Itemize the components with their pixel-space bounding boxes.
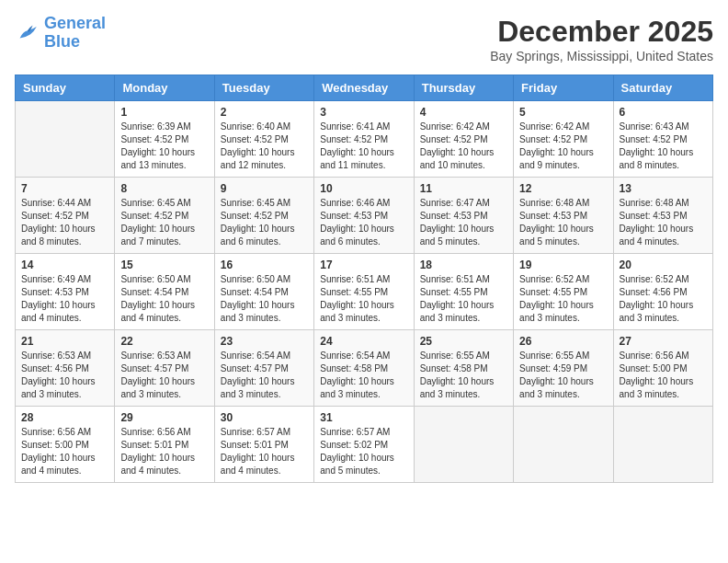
day-number: 30 bbox=[221, 411, 308, 424]
calendar-day-cell: 27Sunrise: 6:56 AM Sunset: 5:00 PM Dayli… bbox=[613, 330, 712, 407]
calendar-day-cell bbox=[514, 407, 613, 483]
day-number: 27 bbox=[620, 335, 707, 348]
calendar-title: December 2025 bbox=[490, 15, 713, 49]
day-info: Sunrise: 6:57 AM Sunset: 5:02 PM Dayligh… bbox=[320, 426, 407, 477]
day-number: 13 bbox=[620, 182, 707, 195]
day-info: Sunrise: 6:53 AM Sunset: 4:56 PM Dayligh… bbox=[21, 350, 108, 401]
day-number: 7 bbox=[21, 182, 108, 195]
day-info: Sunrise: 6:50 AM Sunset: 4:54 PM Dayligh… bbox=[120, 273, 208, 325]
calendar-day-cell: 10Sunrise: 6:46 AM Sunset: 4:53 PM Dayli… bbox=[314, 178, 414, 254]
day-number: 6 bbox=[620, 106, 707, 119]
day-number: 24 bbox=[320, 335, 407, 348]
calendar-day-cell: 2Sunrise: 6:40 AM Sunset: 4:52 PM Daylig… bbox=[214, 101, 313, 178]
day-number: 19 bbox=[519, 259, 607, 271]
day-number: 4 bbox=[420, 106, 507, 119]
page-header: General Blue December 2025 Bay Springs, … bbox=[15, 15, 713, 63]
calendar-day-cell: 18Sunrise: 6:51 AM Sunset: 4:55 PM Dayli… bbox=[414, 254, 513, 330]
logo-bird-icon bbox=[15, 20, 40, 46]
calendar-day-cell: 13Sunrise: 6:48 AM Sunset: 4:53 PM Dayli… bbox=[613, 178, 712, 254]
calendar-day-cell: 23Sunrise: 6:54 AM Sunset: 4:57 PM Dayli… bbox=[214, 330, 313, 407]
calendar-day-cell: 12Sunrise: 6:48 AM Sunset: 4:53 PM Dayli… bbox=[514, 178, 613, 254]
calendar-day-cell bbox=[613, 407, 712, 483]
day-info: Sunrise: 6:39 AM Sunset: 4:52 PM Dayligh… bbox=[120, 121, 208, 172]
day-info: Sunrise: 6:49 AM Sunset: 4:53 PM Dayligh… bbox=[21, 273, 108, 325]
calendar-day-cell: 20Sunrise: 6:52 AM Sunset: 4:56 PM Dayli… bbox=[613, 254, 712, 330]
calendar-day-cell: 29Sunrise: 6:56 AM Sunset: 5:01 PM Dayli… bbox=[115, 407, 214, 483]
calendar-day-cell: 5Sunrise: 6:42 AM Sunset: 4:52 PM Daylig… bbox=[514, 101, 613, 178]
day-info: Sunrise: 6:46 AM Sunset: 4:53 PM Dayligh… bbox=[320, 197, 407, 248]
calendar-header: SundayMondayTuesdayWednesdayThursdayFrid… bbox=[16, 75, 713, 101]
day-info: Sunrise: 6:52 AM Sunset: 4:55 PM Dayligh… bbox=[519, 273, 607, 325]
day-number: 16 bbox=[221, 259, 308, 271]
calendar-body: 1Sunrise: 6:39 AM Sunset: 4:52 PM Daylig… bbox=[16, 101, 713, 483]
day-info: Sunrise: 6:42 AM Sunset: 4:52 PM Dayligh… bbox=[420, 121, 507, 172]
day-info: Sunrise: 6:50 AM Sunset: 4:54 PM Dayligh… bbox=[221, 273, 308, 325]
day-number: 22 bbox=[120, 335, 208, 348]
day-number: 31 bbox=[320, 411, 407, 424]
calendar-week-row: 1Sunrise: 6:39 AM Sunset: 4:52 PM Daylig… bbox=[16, 101, 713, 178]
calendar-day-cell: 1Sunrise: 6:39 AM Sunset: 4:52 PM Daylig… bbox=[115, 101, 214, 178]
calendar-day-cell: 30Sunrise: 6:57 AM Sunset: 5:01 PM Dayli… bbox=[214, 407, 313, 483]
calendar-table: SundayMondayTuesdayWednesdayThursdayFrid… bbox=[15, 75, 713, 483]
day-info: Sunrise: 6:54 AM Sunset: 4:57 PM Dayligh… bbox=[221, 350, 308, 401]
calendar-day-cell: 14Sunrise: 6:49 AM Sunset: 4:53 PM Dayli… bbox=[16, 254, 115, 330]
calendar-week-row: 28Sunrise: 6:56 AM Sunset: 5:00 PM Dayli… bbox=[16, 407, 713, 483]
calendar-week-row: 21Sunrise: 6:53 AM Sunset: 4:56 PM Dayli… bbox=[16, 330, 713, 407]
calendar-week-row: 7Sunrise: 6:44 AM Sunset: 4:52 PM Daylig… bbox=[16, 178, 713, 254]
day-number: 1 bbox=[120, 106, 208, 119]
day-number: 20 bbox=[620, 259, 707, 271]
calendar-day-header: Wednesday bbox=[314, 75, 414, 101]
day-number: 29 bbox=[120, 411, 208, 424]
calendar-day-cell: 31Sunrise: 6:57 AM Sunset: 5:02 PM Dayli… bbox=[314, 407, 414, 483]
day-number: 15 bbox=[120, 259, 208, 271]
calendar-day-header: Sunday bbox=[16, 75, 115, 101]
day-info: Sunrise: 6:51 AM Sunset: 4:55 PM Dayligh… bbox=[320, 273, 407, 325]
calendar-day-cell: 3Sunrise: 6:41 AM Sunset: 4:52 PM Daylig… bbox=[314, 101, 414, 178]
calendar-subtitle: Bay Springs, Mississippi, United States bbox=[490, 49, 713, 63]
day-info: Sunrise: 6:56 AM Sunset: 5:00 PM Dayligh… bbox=[620, 350, 707, 401]
day-info: Sunrise: 6:43 AM Sunset: 4:52 PM Dayligh… bbox=[620, 121, 707, 172]
day-number: 12 bbox=[519, 182, 607, 195]
calendar-day-header: Thursday bbox=[414, 75, 513, 101]
calendar-day-header: Monday bbox=[115, 75, 214, 101]
day-info: Sunrise: 6:48 AM Sunset: 4:53 PM Dayligh… bbox=[519, 197, 607, 248]
day-info: Sunrise: 6:57 AM Sunset: 5:01 PM Dayligh… bbox=[221, 426, 308, 477]
day-info: Sunrise: 6:45 AM Sunset: 4:52 PM Dayligh… bbox=[120, 197, 208, 248]
day-info: Sunrise: 6:48 AM Sunset: 4:53 PM Dayligh… bbox=[620, 197, 707, 248]
calendar-day-cell: 16Sunrise: 6:50 AM Sunset: 4:54 PM Dayli… bbox=[214, 254, 313, 330]
day-info: Sunrise: 6:41 AM Sunset: 4:52 PM Dayligh… bbox=[320, 121, 407, 172]
calendar-header-row: SundayMondayTuesdayWednesdayThursdayFrid… bbox=[16, 75, 713, 101]
day-info: Sunrise: 6:45 AM Sunset: 4:52 PM Dayligh… bbox=[221, 197, 308, 248]
day-number: 28 bbox=[21, 411, 108, 424]
day-number: 11 bbox=[420, 182, 507, 195]
day-number: 23 bbox=[221, 335, 308, 348]
day-info: Sunrise: 6:55 AM Sunset: 4:58 PM Dayligh… bbox=[420, 350, 507, 401]
calendar-day-cell: 19Sunrise: 6:52 AM Sunset: 4:55 PM Dayli… bbox=[514, 254, 613, 330]
calendar-day-cell: 6Sunrise: 6:43 AM Sunset: 4:52 PM Daylig… bbox=[613, 101, 712, 178]
logo-text-line1: General bbox=[44, 15, 106, 33]
day-number: 5 bbox=[519, 106, 607, 119]
calendar-day-cell: 11Sunrise: 6:47 AM Sunset: 4:53 PM Dayli… bbox=[414, 178, 513, 254]
day-number: 10 bbox=[320, 182, 407, 195]
day-info: Sunrise: 6:42 AM Sunset: 4:52 PM Dayligh… bbox=[519, 121, 607, 172]
title-block: December 2025 Bay Springs, Mississippi, … bbox=[490, 15, 713, 63]
day-info: Sunrise: 6:54 AM Sunset: 4:58 PM Dayligh… bbox=[320, 350, 407, 401]
calendar-day-cell: 8Sunrise: 6:45 AM Sunset: 4:52 PM Daylig… bbox=[115, 178, 214, 254]
day-number: 17 bbox=[320, 259, 407, 271]
calendar-day-cell bbox=[16, 101, 115, 178]
day-number: 9 bbox=[221, 182, 308, 195]
calendar-day-cell: 22Sunrise: 6:53 AM Sunset: 4:57 PM Dayli… bbox=[115, 330, 214, 407]
calendar-day-header: Saturday bbox=[613, 75, 712, 101]
calendar-day-cell: 9Sunrise: 6:45 AM Sunset: 4:52 PM Daylig… bbox=[214, 178, 313, 254]
day-info: Sunrise: 6:51 AM Sunset: 4:55 PM Dayligh… bbox=[420, 273, 507, 325]
day-number: 14 bbox=[21, 259, 108, 271]
day-number: 18 bbox=[420, 259, 507, 271]
day-number: 2 bbox=[221, 106, 308, 119]
day-number: 3 bbox=[320, 106, 407, 119]
day-info: Sunrise: 6:53 AM Sunset: 4:57 PM Dayligh… bbox=[120, 350, 208, 401]
calendar-day-header: Tuesday bbox=[214, 75, 313, 101]
day-number: 8 bbox=[120, 182, 208, 195]
calendar-day-cell: 28Sunrise: 6:56 AM Sunset: 5:00 PM Dayli… bbox=[16, 407, 115, 483]
calendar-day-cell: 26Sunrise: 6:55 AM Sunset: 4:59 PM Dayli… bbox=[514, 330, 613, 407]
calendar-day-cell: 4Sunrise: 6:42 AM Sunset: 4:52 PM Daylig… bbox=[414, 101, 513, 178]
